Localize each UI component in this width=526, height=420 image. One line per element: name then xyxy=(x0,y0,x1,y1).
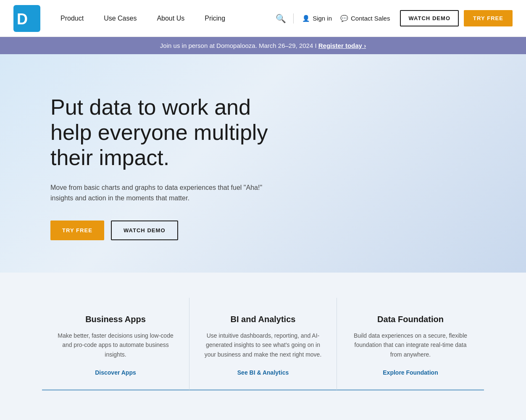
logo[interactable]: D xyxy=(13,5,40,32)
hero-title: Put data to work and help everyone multi… xyxy=(50,95,286,170)
watch-demo-nav-button[interactable]: WATCH DEMO xyxy=(400,10,459,26)
card-title-2: Data Foundation xyxy=(377,315,444,324)
contact-sales-button[interactable]: 💬 Contact Sales xyxy=(337,15,393,22)
nav-product[interactable]: Product xyxy=(50,0,94,37)
card-link-1[interactable]: See BI & Analytics xyxy=(237,369,289,376)
nav-links: Product Use Cases About Us Pricing xyxy=(50,0,235,37)
svg-text:D: D xyxy=(17,10,28,28)
cards-row: Business Apps Make better, faster decisi… xyxy=(42,298,484,391)
search-icon: 🔍 xyxy=(276,13,286,24)
card-link-0[interactable]: Discover Apps xyxy=(95,369,136,376)
signin-button[interactable]: 👤 Sign in xyxy=(299,15,335,22)
nav-use-cases[interactable]: Use Cases xyxy=(94,0,147,37)
banner-text: Join us in person at Domopalooza. March … xyxy=(160,42,317,49)
hero-subtitle: Move from basic charts and graphs to dat… xyxy=(50,182,286,204)
nav-about-us[interactable]: About Us xyxy=(147,0,195,37)
nav-pricing[interactable]: Pricing xyxy=(195,0,235,37)
hero-buttons: TRY FREE WATCH DEMO xyxy=(50,220,286,240)
banner-register-link[interactable]: Register today › xyxy=(318,42,366,49)
signin-label: Sign in xyxy=(313,15,332,22)
card-data-foundation: Data Foundation Build data experiences o… xyxy=(337,298,484,391)
chat-icon: 💬 xyxy=(340,15,348,22)
card-desc-2: Build data experiences on a secure, flex… xyxy=(350,331,471,359)
card-desc-0: Make better, faster decisions using low-… xyxy=(55,331,176,359)
try-free-hero-button[interactable]: TRY FREE xyxy=(50,220,104,240)
hero-content: Put data to work and help everyone multi… xyxy=(50,95,286,240)
card-title-0: Business Apps xyxy=(85,315,146,324)
card-title-1: BI and Analytics xyxy=(231,315,296,324)
card-bi-analytics: BI and Analytics Use intuitive dashboard… xyxy=(189,298,337,391)
main-nav: D Product Use Cases About Us Pricing 🔍 👤… xyxy=(0,0,526,37)
hero-section: Put data to work and help everyone multi… xyxy=(0,54,526,273)
try-free-nav-button[interactable]: TRY FREE xyxy=(464,10,513,26)
trusted-section: TRUSTED BY Unilever ebay xyxy=(0,416,526,420)
announcement-banner: Join us in person at Domopalooza. March … xyxy=(0,37,526,54)
nav-actions: 🔍 👤 Sign in 💬 Contact Sales WATCH DEMO T… xyxy=(273,10,513,26)
user-icon: 👤 xyxy=(302,15,310,22)
search-button[interactable]: 🔍 xyxy=(273,11,288,26)
contact-label: Contact Sales xyxy=(351,15,390,22)
cards-section: Business Apps Make better, faster decisi… xyxy=(0,273,526,416)
card-desc-1: Use intuitive dashboards, reporting, and… xyxy=(203,331,323,359)
card-business-apps: Business Apps Make better, faster decisi… xyxy=(42,298,189,391)
watch-demo-hero-button[interactable]: WATCH DEMO xyxy=(111,220,178,240)
nav-divider xyxy=(293,13,294,24)
card-link-2[interactable]: Explore Foundation xyxy=(383,369,438,376)
